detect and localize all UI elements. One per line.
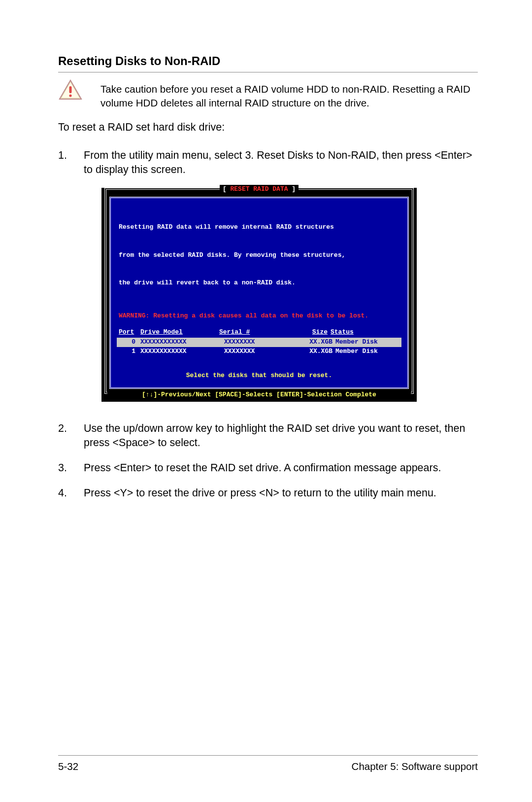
bios-footer-text: [↑↓]-Previous/Next [SPACE]-Selects [ENTE…: [140, 390, 378, 400]
cell-size: XX.XGB: [293, 338, 335, 347]
step-body: Press <Y> to reset the drive or press <N…: [84, 486, 478, 500]
col-serial: Serial #: [219, 328, 288, 337]
cell-model: XXXXXXXXXXXX: [140, 338, 224, 347]
caution-text: Take caution before you reset a RAID vol…: [100, 82, 478, 109]
step-number: 2.: [58, 421, 84, 450]
disk-row-selected[interactable]: 0 XXXXXXXXXXXX XXXXXXXX XX.XGB Member Di…: [117, 338, 401, 347]
cell-port: 1: [119, 347, 140, 356]
cell-status: Member Disk: [335, 338, 399, 347]
bios-column-headers: Port Drive Model Serial # Size Status: [119, 328, 399, 338]
page-footer: 5-32 Chapter 5: Software support: [58, 755, 478, 772]
step-3: 3. Press <Enter> to reset the RAID set d…: [58, 461, 478, 475]
page-number: 5-32: [58, 761, 78, 772]
step-1: 1. From the utility main menu, select 3.…: [58, 148, 478, 177]
bios-warning: WARNING: Resetting a disk causes all dat…: [119, 312, 399, 321]
step-body: Press <Enter> to reset the RAID set driv…: [84, 461, 478, 475]
step-4: 4. Press <Y> to reset the drive or press…: [58, 486, 478, 500]
caution-block: Take caution before you reset a RAID vol…: [58, 79, 478, 109]
step-number: 3.: [58, 461, 84, 475]
col-status: Status: [331, 328, 399, 337]
cell-serial: XXXXXXXX: [224, 338, 293, 347]
col-size: Size: [288, 328, 331, 337]
cell-status: Member Disk: [335, 347, 399, 356]
bios-select-hint: Select the disks that should be reset.: [119, 371, 399, 381]
step-body: From the utility main menu, select 3. Re…: [84, 148, 478, 177]
step-body: Use the up/down arrow key to highlight t…: [84, 421, 478, 450]
step-number: 1.: [58, 148, 84, 177]
section-rule: [58, 72, 478, 72]
footer-rule: [58, 755, 478, 756]
chapter-label: Chapter 5: Software support: [352, 761, 478, 772]
step-number: 4.: [58, 486, 84, 500]
col-model: Drive Model: [140, 328, 219, 337]
bios-desc-line: the drive will revert back to a non-RAID…: [119, 279, 399, 288]
intro-text: To reset a RAID set hard disk drive:: [58, 121, 478, 134]
bios-footer: [↑↓]-Previous/Next [SPACE]-Selects [ENTE…: [107, 390, 411, 402]
disk-row[interactable]: 1 XXXXXXXXXXXX XXXXXXXX XX.XGB Member Di…: [119, 347, 399, 356]
cell-size: XX.XGB: [293, 347, 335, 356]
bios-screenshot: [ RESET RAID DATA ] Resetting RAID data …: [101, 188, 478, 401]
bios-title-bracket-open: [: [223, 185, 231, 193]
bios-title: RESET RAID DATA: [230, 185, 288, 193]
bios-title-bracket-close: ]: [288, 185, 296, 193]
caution-icon: [58, 79, 83, 101]
bios-desc-line: Resetting RAID data will remove internal…: [119, 223, 399, 232]
step-2: 2. Use the up/down arrow key to highligh…: [58, 421, 478, 450]
cell-serial: XXXXXXXX: [224, 347, 293, 356]
col-port: Port: [119, 328, 140, 337]
section-heading: Resetting Disks to Non-RAID: [58, 54, 478, 68]
svg-rect-0: [69, 86, 72, 93]
cell-model: XXXXXXXXXXXX: [140, 347, 224, 356]
svg-point-1: [69, 94, 71, 97]
cell-port: 0: [119, 338, 140, 347]
bios-desc-line: from the selected RAID disks. By removin…: [119, 251, 399, 260]
